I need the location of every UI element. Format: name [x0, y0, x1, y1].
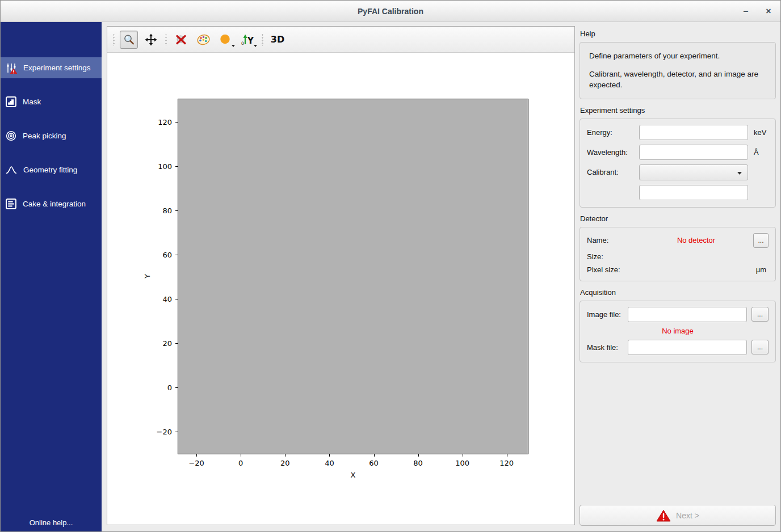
y-tick-mark	[175, 122, 178, 123]
plot-image-placeholder	[178, 99, 528, 454]
magnifier-icon	[123, 33, 135, 46]
plot-panel: Y 0 3D X Y −20020406080100120−2002040608…	[107, 26, 575, 525]
energy-unit: keV	[748, 128, 769, 137]
integration-lines-icon	[6, 199, 16, 209]
mask-circle-button[interactable]	[216, 31, 234, 49]
dropdown-caret-icon	[232, 45, 235, 47]
concentric-rings-icon	[6, 130, 16, 141]
zoom-mode-button[interactable]	[120, 31, 138, 49]
y-tick-label: 40	[162, 294, 172, 303]
image-file-browse-button[interactable]: ...	[751, 307, 769, 322]
wavelength-input[interactable]	[639, 145, 748, 160]
acquisition-group: Image file: ... No image Mask file: ...	[580, 301, 776, 362]
svg-text:Y: Y	[247, 35, 254, 45]
detector-group: Name: No detector ... Size: Pixel size: …	[580, 227, 776, 281]
y-tick-mark	[175, 387, 178, 388]
detector-pixel-size-label: Pixel size:	[587, 265, 639, 274]
sidebar-item-geometry-fitting[interactable]: Geometry fitting	[1, 159, 102, 180]
wavelength-unit: Å	[748, 148, 769, 157]
close-button[interactable]: ×	[761, 4, 776, 19]
mask-file-label: Mask file:	[587, 343, 628, 352]
next-button[interactable]: Next >	[580, 505, 776, 526]
detector-browse-button[interactable]: ...	[753, 233, 769, 248]
y-tick-label: 120	[158, 117, 172, 126]
sidebar-item-mask[interactable]: Mask	[1, 91, 102, 112]
sidebar-item-label: Mask	[23, 98, 41, 106]
x-tick-label: 100	[455, 459, 469, 467]
help-section-title: Help	[580, 29, 776, 38]
detector-size-label: Size:	[587, 252, 639, 261]
y-tick-mark	[175, 210, 178, 211]
image-status: No image	[587, 327, 769, 335]
pyfai-calibration-window: { "window": { "title": "PyFAI Calibratio…	[0, 0, 781, 532]
x-tick-mark	[507, 454, 507, 457]
toolbar-grip[interactable]	[164, 33, 168, 46]
y-tick-mark	[175, 255, 178, 255]
image-file-input[interactable]	[628, 307, 747, 322]
chevron-down-icon	[737, 172, 742, 175]
x-tick-mark	[285, 454, 285, 457]
y-tick-label: 20	[162, 339, 172, 348]
x-tick-label: 0	[238, 459, 243, 467]
wavelength-label: Wavelength:	[587, 148, 639, 157]
image-file-label: Image file:	[587, 310, 628, 319]
y-tick-label: 0	[167, 383, 172, 392]
help-text-line1: Define parameters of your experiment.	[589, 50, 769, 62]
warning-triangle-icon	[656, 509, 671, 522]
y-tick-label: 100	[158, 162, 172, 170]
experiment-settings-group: Energy: keV Wavelength: Å Calibrant:	[580, 119, 776, 208]
sidebar-item-label: Geometry fitting	[23, 166, 77, 174]
toolbar-grip[interactable]	[261, 33, 264, 46]
y-axis-up-arrow-icon: Y 0	[241, 33, 255, 46]
y-tick-mark	[175, 299, 178, 299]
calibrant-filter-input[interactable]	[639, 185, 748, 200]
mask-file-browse-button[interactable]: ...	[751, 340, 769, 354]
help-text-line2: Calibrant, wavelength, detector, and an …	[589, 69, 769, 91]
x-tick-label: 80	[413, 459, 423, 467]
acquisition-section-title: Acquisition	[580, 288, 776, 297]
sidebar-item-label: Experiment settings	[23, 64, 91, 72]
online-help-link[interactable]: Online help...	[1, 518, 102, 527]
sidebar-item-experiment-settings[interactable]: Experiment settings	[1, 57, 102, 78]
plot-canvas[interactable]: X Y −20020406080100120−20020406080100120	[107, 53, 574, 525]
svg-text:0: 0	[241, 40, 244, 45]
calibrant-select[interactable]	[639, 164, 748, 180]
colormap-button[interactable]	[194, 31, 212, 49]
title-bar: PyFAI Calibration – ×	[1, 1, 780, 22]
view-3d-button[interactable]: 3D	[268, 31, 287, 49]
x-tick-label: 120	[499, 459, 514, 467]
energy-input[interactable]	[639, 125, 748, 140]
calibrant-label: Calibrant:	[587, 168, 639, 176]
x-tick-label: −20	[188, 459, 204, 467]
minimize-button[interactable]: –	[738, 4, 753, 19]
3d-text-icon: 3D	[271, 34, 284, 45]
detector-name-status: No detector	[639, 236, 753, 244]
x-axis-label: X	[351, 471, 356, 479]
y-tick-label: −20	[157, 428, 172, 436]
sidebar-item-label: Peak picking	[23, 132, 66, 140]
pan-mode-button[interactable]	[142, 31, 160, 49]
plot-toolbar: Y 0 3D	[107, 27, 574, 53]
mask-file-input[interactable]	[628, 340, 747, 355]
sidebar-item-cake-integration[interactable]: Cake & integration	[1, 193, 102, 214]
crosshair-off-button[interactable]	[172, 31, 190, 49]
x-tick-mark	[196, 454, 197, 457]
red-x-icon	[175, 33, 187, 46]
sidebar-item-peak-picking[interactable]: Peak picking	[1, 125, 102, 146]
x-tick-mark	[241, 454, 241, 457]
pixel-size-unit: μm	[756, 265, 769, 274]
settings-panel: Help Define parameters of your experimen…	[580, 26, 776, 526]
y-tick-label: 80	[162, 206, 172, 214]
peak-curve-icon	[6, 164, 17, 175]
y-tick-mark	[175, 432, 178, 432]
x-tick-label: 20	[280, 459, 290, 467]
dropdown-caret-icon	[254, 45, 257, 47]
y-axis-orientation-button[interactable]: Y 0	[238, 31, 257, 49]
window-title: PyFAI Calibration	[1, 1, 780, 22]
toolbar-grip[interactable]	[112, 33, 116, 46]
next-button-label: Next >	[676, 511, 699, 520]
sidebar-item-label: Cake & integration	[23, 200, 86, 208]
detector-name-label: Name:	[587, 236, 639, 244]
y-tick-mark	[175, 343, 178, 344]
mask-image-icon	[6, 96, 16, 107]
